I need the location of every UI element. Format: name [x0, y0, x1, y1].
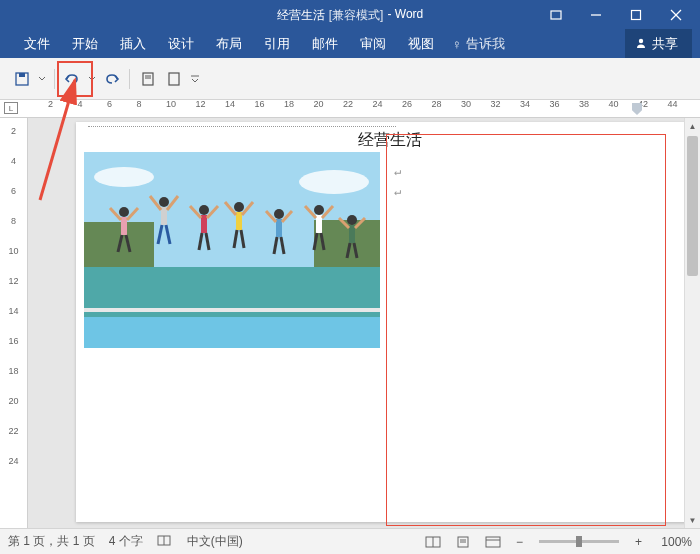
menu-mailings[interactable]: 邮件: [302, 31, 348, 57]
view-print-layout[interactable]: [450, 532, 476, 552]
svg-point-18: [94, 167, 154, 187]
undo-dropdown[interactable]: [87, 67, 97, 91]
ruler-tick: 10: [166, 100, 176, 117]
ruler-tick: 24: [373, 100, 383, 117]
ruler-tick: 16: [255, 100, 265, 117]
bulb-icon: ♀: [452, 37, 462, 52]
ruler-tick: 4: [0, 156, 27, 166]
svg-point-28: [159, 197, 169, 207]
svg-point-46: [274, 209, 284, 219]
page: 经营生活: [76, 122, 696, 522]
view-read-mode[interactable]: [420, 532, 446, 552]
status-spell-icon[interactable]: [157, 533, 173, 550]
qat-dropdown[interactable]: [36, 67, 48, 91]
svg-rect-11: [169, 73, 179, 85]
vertical-scrollbar[interactable]: ▲ ▼: [684, 118, 700, 528]
ruler-tick: 30: [461, 100, 471, 117]
tell-me-search[interactable]: ♀ 告诉我: [452, 35, 505, 53]
column-guide: [88, 126, 396, 127]
ruler-tick: 36: [550, 100, 560, 117]
scroll-thumb[interactable]: [687, 136, 698, 276]
ruler-tick: 2: [0, 126, 27, 136]
ruler-tick: 14: [0, 306, 27, 316]
svg-point-52: [314, 205, 324, 215]
svg-rect-7: [19, 73, 25, 77]
annotation-column-box: [386, 134, 666, 526]
menu-design[interactable]: 设计: [158, 31, 204, 57]
svg-point-19: [299, 170, 369, 194]
svg-point-34: [199, 205, 209, 215]
svg-rect-59: [349, 225, 355, 243]
menu-references[interactable]: 引用: [254, 31, 300, 57]
share-label: 共享: [652, 35, 678, 53]
ruler-tick: 38: [579, 100, 589, 117]
ruler-tick: 40: [609, 100, 619, 117]
compat-mode: [兼容模式]: [329, 7, 384, 24]
zoom-level[interactable]: 100%: [652, 535, 692, 549]
status-word-count[interactable]: 4 个字: [109, 533, 143, 550]
document-area[interactable]: 经营生活: [28, 118, 700, 528]
undo-button[interactable]: [61, 67, 85, 91]
svg-rect-23: [121, 217, 127, 235]
svg-rect-29: [161, 207, 167, 225]
svg-point-58: [347, 215, 357, 225]
ruler-tick: 34: [520, 100, 530, 117]
new-document-button[interactable]: [162, 67, 186, 91]
svg-point-5: [639, 38, 643, 42]
svg-rect-53: [316, 215, 322, 233]
ruler-tick: 22: [0, 426, 27, 436]
svg-rect-2: [632, 11, 641, 20]
svg-rect-16: [84, 317, 380, 348]
zoom-in-button[interactable]: +: [629, 535, 648, 549]
zoom-out-button[interactable]: −: [510, 535, 529, 549]
share-button[interactable]: 共享: [625, 29, 692, 59]
person-icon: [635, 37, 647, 52]
view-web-layout[interactable]: [480, 532, 506, 552]
app-name: - Word: [387, 7, 423, 24]
ruler-tick: 6: [107, 100, 112, 117]
menu-home[interactable]: 开始: [62, 31, 108, 57]
ruler-tick: 8: [137, 100, 142, 117]
save-button[interactable]: [10, 67, 34, 91]
close-button[interactable]: [656, 0, 696, 30]
ruler-tick: 12: [196, 100, 206, 117]
ruler-tick: 14: [225, 100, 235, 117]
ruler-tick: 6: [0, 186, 27, 196]
status-language[interactable]: 中文(中国): [187, 533, 243, 550]
qat-customize[interactable]: [188, 67, 202, 91]
ruler-tick: 44: [668, 100, 678, 117]
svg-point-40: [234, 202, 244, 212]
ruler-tick: 8: [0, 216, 27, 226]
scroll-up-icon[interactable]: ▲: [685, 118, 700, 134]
ruler-tick: 22: [343, 100, 353, 117]
ruler-tick: 20: [0, 396, 27, 406]
ruler-tick: 18: [284, 100, 294, 117]
ruler-tick: 28: [432, 100, 442, 117]
menu-insert[interactable]: 插入: [110, 31, 156, 57]
zoom-slider[interactable]: [539, 540, 619, 543]
menu-review[interactable]: 审阅: [350, 31, 396, 57]
ruler-corner: L: [4, 102, 18, 114]
ruler-tick: 4: [78, 100, 83, 117]
ruler-tick: 24: [0, 456, 27, 466]
menu-view[interactable]: 视图: [398, 31, 444, 57]
embedded-image[interactable]: [84, 152, 380, 348]
ribbon-display-icon[interactable]: [536, 0, 576, 30]
svg-rect-47: [276, 219, 282, 237]
menu-file[interactable]: 文件: [14, 31, 60, 57]
maximize-button[interactable]: [616, 0, 656, 30]
document-name: 经营生活: [277, 7, 325, 24]
ruler-tick: 18: [0, 366, 27, 376]
ruler-tick: 26: [402, 100, 412, 117]
svg-rect-17: [84, 308, 380, 312]
menu-layout[interactable]: 布局: [206, 31, 252, 57]
redo-button[interactable]: [99, 67, 123, 91]
status-page[interactable]: 第 1 页，共 1 页: [8, 533, 95, 550]
horizontal-ruler: L 24681012141618202224262830323436384042…: [0, 100, 700, 118]
print-preview-button[interactable]: [136, 67, 160, 91]
ruler-tick: 10: [0, 246, 27, 256]
ruler-tick: 16: [0, 336, 27, 346]
minimize-button[interactable]: [576, 0, 616, 30]
scroll-down-icon[interactable]: ▼: [685, 512, 700, 528]
ruler-tick: 2: [48, 100, 53, 117]
